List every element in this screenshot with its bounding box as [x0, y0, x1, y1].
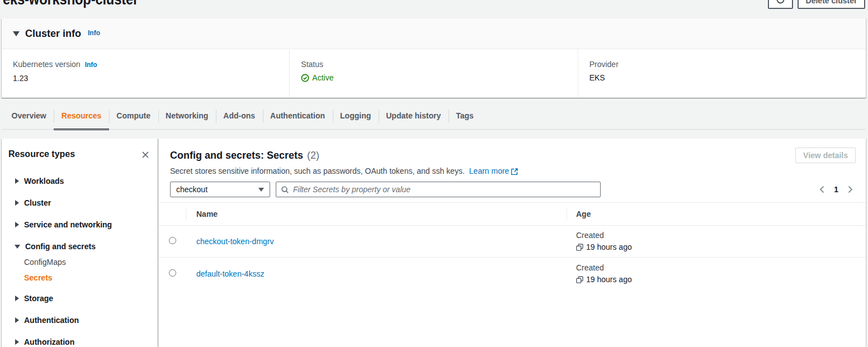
sidebar-item-authentication[interactable]: Authentication: [2, 315, 157, 326]
status-value: Active: [301, 72, 566, 83]
kubernetes-version-value: 1.23: [13, 73, 278, 84]
secret-name-link[interactable]: default-token-4kssz: [186, 269, 264, 278]
cluster-info-header[interactable]: Cluster info Info: [2, 18, 866, 49]
collapse-caret-icon: [15, 245, 20, 249]
current-page-number[interactable]: 1: [834, 185, 838, 194]
search-icon: [281, 186, 289, 194]
cluster-info-body: Kubernetes versionInfo 1.23 Status Activ…: [2, 49, 866, 97]
provider-value: EKS: [589, 72, 855, 83]
expand-caret-icon: [15, 222, 19, 227]
cluster-info-info-link[interactable]: Info: [88, 29, 100, 37]
next-page-button[interactable]: [844, 183, 857, 196]
page-title: eks-workshop-cluster: [3, 0, 138, 8]
resource-type-list: Workloads Cluster Service and networking…: [2, 175, 157, 347]
close-icon[interactable]: [141, 151, 149, 159]
secrets-description: Secret stores sensitive information, suc…: [170, 166, 855, 177]
provider-label: Provider: [589, 59, 855, 70]
tab-tags[interactable]: Tags: [449, 108, 482, 130]
sidebar-item-config-and-secrets[interactable]: Config and secrets: [2, 241, 157, 252]
field-status: Status Active: [289, 49, 577, 97]
cluster-info-panel: Cluster info Info Kubernetes versionInfo…: [2, 18, 866, 98]
tab-add-ons[interactable]: Add-ons: [216, 108, 263, 130]
sidebar-item-authorization[interactable]: Authorization: [2, 336, 157, 347]
secrets-count: (2): [307, 150, 319, 161]
sidebar-item-service-and-networking[interactable]: Service and networking: [2, 219, 157, 230]
sidebar-item-configmaps[interactable]: ConfigMaps: [2, 256, 157, 268]
view-details-button[interactable]: View details: [795, 148, 856, 163]
learn-more-link[interactable]: Learn more: [469, 167, 518, 175]
secrets-table: Name Age checkout-token-dmgrv Created: [159, 202, 866, 290]
row-radio-button[interactable]: [169, 237, 176, 244]
field-provider: Provider EKS: [578, 49, 866, 97]
copy-icon[interactable]: [576, 244, 583, 251]
age-created-label: Created: [576, 262, 866, 274]
table-header-row: Name Age: [159, 203, 866, 226]
tab-logging[interactable]: Logging: [333, 108, 379, 130]
field-kubernetes-version: Kubernetes versionInfo 1.23: [2, 49, 289, 97]
name-column-header[interactable]: Name: [186, 203, 567, 226]
tab-networking[interactable]: Networking: [158, 108, 216, 130]
filter-row: checkout 1: [170, 182, 855, 197]
tab-compute[interactable]: Compute: [109, 108, 158, 130]
tab-authentication[interactable]: Authentication: [263, 108, 333, 130]
sidebar-title: Resource types: [8, 149, 75, 159]
row-radio-button[interactable]: [169, 269, 176, 277]
refresh-button[interactable]: [768, 0, 793, 9]
eks-console-page: eks-workshop-cluster Delete cluster Clus…: [0, 0, 868, 347]
pagination: 1: [815, 183, 857, 196]
copy-icon[interactable]: [576, 276, 583, 283]
expand-caret-icon: [15, 317, 19, 323]
kubernetes-version-info-link[interactable]: Info: [85, 61, 97, 69]
secrets-panel: Config and secrets: Secrets (2) View det…: [159, 139, 866, 347]
age-created-label: Created: [576, 230, 866, 241]
secrets-panel-header: Config and secrets: Secrets (2) View det…: [159, 139, 866, 197]
collapse-caret-icon: [13, 31, 20, 36]
age-column-header[interactable]: Age: [567, 203, 866, 226]
previous-page-button[interactable]: [815, 183, 828, 196]
age-value: 19 hours ago: [586, 241, 632, 253]
cluster-info-title: Cluster info: [25, 28, 81, 40]
tab-update-history[interactable]: Update history: [379, 108, 449, 130]
expand-caret-icon: [15, 178, 19, 184]
resource-types-sidebar: Resource types Workloads Cluster Service…: [2, 139, 157, 347]
filter-search-input[interactable]: [293, 185, 596, 194]
selection-column-header: [159, 203, 186, 226]
tabs-underline: [2, 129, 866, 130]
cluster-tabs: Overview Resources Compute Networking Ad…: [4, 108, 481, 130]
sidebar-item-cluster[interactable]: Cluster: [2, 197, 157, 208]
table-row: checkout-token-dmgrv Created 19 hours ag…: [159, 226, 866, 258]
sidebar-item-secrets[interactable]: Secrets: [2, 272, 157, 283]
expand-caret-icon: [15, 339, 19, 345]
kubernetes-version-label: Kubernetes versionInfo: [13, 59, 278, 70]
tab-overview[interactable]: Overview: [4, 108, 54, 130]
expand-caret-icon: [15, 296, 19, 301]
external-link-icon: [511, 167, 518, 177]
status-active-icon: [301, 74, 309, 82]
select-caret-icon: [258, 188, 264, 192]
status-label: Status: [301, 59, 566, 70]
filter-namespace-select[interactable]: checkout: [170, 182, 270, 197]
expand-caret-icon: [15, 200, 19, 206]
table-row: default-token-4kssz Created 19 hours ago: [159, 258, 866, 290]
tab-resources[interactable]: Resources: [54, 108, 109, 130]
sidebar-item-workloads[interactable]: Workloads: [2, 175, 157, 187]
secrets-heading: Config and secrets: Secrets: [170, 149, 303, 162]
age-value: 19 hours ago: [586, 274, 632, 286]
refresh-icon: [776, 0, 785, 6]
sidebar-item-storage[interactable]: Storage: [2, 293, 157, 304]
delete-cluster-button[interactable]: Delete cluster: [798, 0, 865, 9]
secret-name-link[interactable]: checkout-token-dmgrv: [186, 237, 274, 246]
filter-search-box[interactable]: [276, 182, 601, 197]
